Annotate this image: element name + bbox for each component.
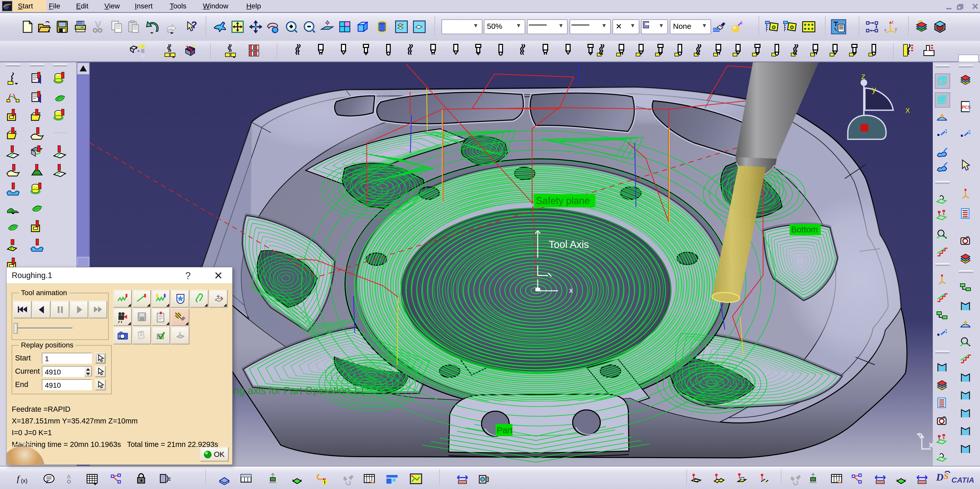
- svg-text:A: A: [67, 473, 71, 480]
- svg-text:x: x: [569, 286, 573, 294]
- svg-text:f: f: [17, 474, 21, 483]
- svg-text:x: x: [905, 105, 910, 114]
- svg-text:Part: Part: [496, 425, 513, 435]
- svg-text:iO: iO: [118, 334, 121, 338]
- svg-text:Safety plane: Safety plane: [536, 195, 590, 206]
- svg-text:x: x: [884, 28, 886, 32]
- svg-text:(x): (x): [21, 478, 27, 484]
- svg-text:z: z: [861, 71, 865, 81]
- svg-text:y: y: [895, 27, 897, 31]
- svg-text:Bottom: Bottom: [791, 225, 818, 234]
- svg-text:!: !: [324, 479, 326, 485]
- svg-text:z: z: [891, 20, 894, 24]
- svg-text:CATIA: CATIA: [951, 476, 974, 484]
- svg-text:D: D: [936, 472, 943, 483]
- svg-text:S: S: [944, 472, 948, 481]
- svg-text:Tool Axis: Tool Axis: [549, 239, 589, 250]
- svg-text:PCS: PCS: [962, 105, 971, 110]
- svg-text:y: y: [872, 84, 876, 94]
- svg-text:ng axis for Part Operation.1 (: ng axis for Part Operation.1 (: [234, 385, 365, 396]
- svg-text:?: ?: [191, 20, 197, 30]
